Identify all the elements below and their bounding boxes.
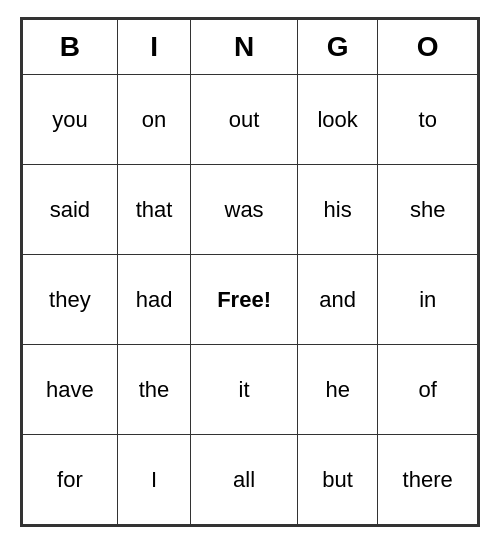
cell-r2c4[interactable]: his	[297, 165, 378, 255]
cell-r4c3[interactable]: it	[191, 345, 298, 435]
cell-r5c2[interactable]: I	[117, 435, 190, 525]
cell-r5c3[interactable]: all	[191, 435, 298, 525]
cell-r3c2[interactable]: had	[117, 255, 190, 345]
cell-r2c3[interactable]: was	[191, 165, 298, 255]
cell-r4c5[interactable]: of	[378, 345, 478, 435]
bingo-card: B I N G O you on out look to said that w…	[20, 17, 480, 527]
table-row: they had Free! and in	[23, 255, 478, 345]
cell-r5c5[interactable]: there	[378, 435, 478, 525]
cell-r1c3[interactable]: out	[191, 75, 298, 165]
cell-r3c5[interactable]: in	[378, 255, 478, 345]
cell-r2c5[interactable]: she	[378, 165, 478, 255]
cell-r2c1[interactable]: said	[23, 165, 118, 255]
cell-r3c3-free[interactable]: Free!	[191, 255, 298, 345]
header-i: I	[117, 20, 190, 75]
cell-r3c4[interactable]: and	[297, 255, 378, 345]
cell-r1c4[interactable]: look	[297, 75, 378, 165]
cell-r1c1[interactable]: you	[23, 75, 118, 165]
table-row: for I all but there	[23, 435, 478, 525]
table-row: have the it he of	[23, 345, 478, 435]
cell-r4c2[interactable]: the	[117, 345, 190, 435]
cell-r5c4[interactable]: but	[297, 435, 378, 525]
cell-r5c1[interactable]: for	[23, 435, 118, 525]
cell-r1c5[interactable]: to	[378, 75, 478, 165]
cell-r2c2[interactable]: that	[117, 165, 190, 255]
cell-r4c4[interactable]: he	[297, 345, 378, 435]
header-n: N	[191, 20, 298, 75]
header-o: O	[378, 20, 478, 75]
header-b: B	[23, 20, 118, 75]
bingo-table: B I N G O you on out look to said that w…	[22, 19, 478, 525]
cell-r3c1[interactable]: they	[23, 255, 118, 345]
table-row: said that was his she	[23, 165, 478, 255]
table-row: you on out look to	[23, 75, 478, 165]
cell-r4c1[interactable]: have	[23, 345, 118, 435]
header-g: G	[297, 20, 378, 75]
header-row: B I N G O	[23, 20, 478, 75]
cell-r1c2[interactable]: on	[117, 75, 190, 165]
